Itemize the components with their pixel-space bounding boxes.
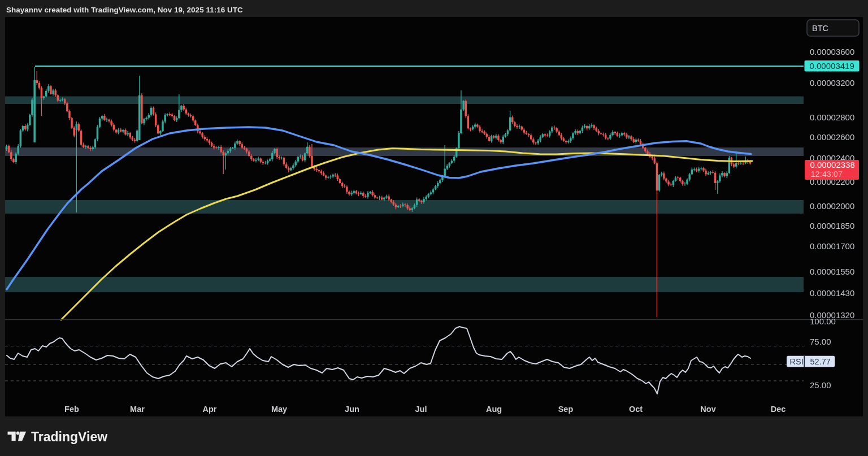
svg-text:0.00001430: 0.00001430 xyxy=(810,288,854,298)
svg-text:0.00001550: 0.00001550 xyxy=(810,267,854,276)
svg-text:Sep: Sep xyxy=(558,405,574,414)
svg-text:0.00002338: 0.00002338 xyxy=(810,160,855,170)
svg-text:0.00003600: 0.00003600 xyxy=(810,47,854,57)
svg-text:25.00: 25.00 xyxy=(810,380,831,390)
svg-text:0.00003200: 0.00003200 xyxy=(810,78,854,88)
svg-text:Feb: Feb xyxy=(64,405,79,414)
svg-text:Aug: Aug xyxy=(486,405,502,414)
svg-text:100.00: 100.00 xyxy=(810,316,836,326)
svg-text:0.00003419: 0.00003419 xyxy=(810,61,854,71)
svg-text:BTC: BTC xyxy=(812,24,828,33)
svg-text:Jun: Jun xyxy=(345,405,359,414)
svg-text:Jul: Jul xyxy=(415,405,427,414)
svg-text:75.00: 75.00 xyxy=(810,337,831,346)
svg-text:RSI: RSI xyxy=(790,357,804,366)
svg-text:52.77: 52.77 xyxy=(810,357,831,366)
svg-text:Shayannv created with TradingV: Shayannv created with TradingView.com, N… xyxy=(6,6,243,14)
svg-text:0.00002000: 0.00002000 xyxy=(810,201,854,211)
svg-text:Apr: Apr xyxy=(203,405,217,414)
svg-text:0.00001850: 0.00001850 xyxy=(810,221,854,231)
svg-text:0.00001700: 0.00001700 xyxy=(810,241,854,251)
svg-text:Mar: Mar xyxy=(130,405,145,414)
svg-text:Nov: Nov xyxy=(700,405,715,414)
svg-text:12:43:07: 12:43:07 xyxy=(811,170,843,179)
svg-text:May: May xyxy=(271,405,287,414)
svg-text:0.00002600: 0.00002600 xyxy=(810,132,854,142)
svg-text:Oct: Oct xyxy=(629,405,643,414)
svg-text:Dec: Dec xyxy=(771,405,786,414)
svg-text:0.00002800: 0.00002800 xyxy=(810,112,854,122)
svg-text:TradingView: TradingView xyxy=(31,429,107,444)
